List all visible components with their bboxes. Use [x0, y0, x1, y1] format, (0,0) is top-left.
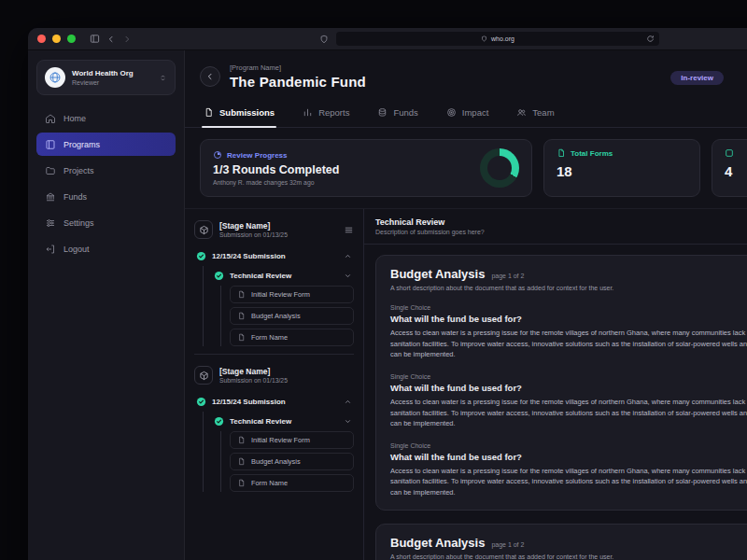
cube-icon: [194, 366, 213, 385]
form-item[interactable]: Initial Review Form: [230, 431, 354, 449]
review-panel-body[interactable]: Budget Analysis page 1 of 2 A short desc…: [364, 245, 747, 560]
programs-icon: [45, 139, 56, 150]
divider: [194, 354, 354, 355]
chevron-down-icon: [344, 272, 352, 280]
nav-label: Funds: [63, 192, 87, 202]
nav-label: Projects: [63, 166, 94, 175]
tab-submissions[interactable]: Submissions: [202, 99, 276, 127]
stage-header[interactable]: [Stage Name] Submission on 01/13/25: [194, 218, 354, 246]
sidebar-item-logout[interactable]: Logout: [36, 237, 176, 260]
form-label: Budget Analysis: [251, 312, 301, 320]
document-icon: [237, 436, 246, 444]
stage-menu-icon[interactable]: [344, 225, 354, 235]
review-progress-card: Review Progress 1/3 Rounds Completed Ant…: [200, 139, 532, 197]
privacy-shield-icon[interactable]: [319, 35, 329, 44]
check-circle-icon: [214, 271, 224, 281]
document-icon: [237, 333, 246, 342]
sidebar-item-home[interactable]: Home: [36, 106, 176, 130]
stage-name: [Stage Name]: [219, 221, 288, 231]
target-icon: [446, 107, 457, 118]
page-title: The Pandemic Fund: [230, 74, 366, 90]
content-split: [Stage Name] Submission on 01/13/25 12/1…: [185, 208, 747, 560]
review-title: Technical Review: [375, 217, 747, 227]
form-label: Initial Review Form: [251, 290, 310, 299]
question-type: Single Choice: [390, 304, 747, 311]
form-label: Form Name: [251, 333, 288, 342]
round-label: 12/15/24 Submission: [212, 398, 286, 406]
question-text: What will the fund be used for?: [390, 383, 747, 393]
question-answer: Access to clean water is a pressing issu…: [390, 397, 747, 429]
tab-reports[interactable]: Reports: [301, 99, 351, 127]
form-item[interactable]: Budget Analysis: [230, 307, 354, 325]
document-page-indicator: page 1 of 2: [491, 541, 524, 548]
sidebar-item-projects[interactable]: Projects: [36, 159, 176, 182]
question-type: Single Choice: [390, 442, 747, 449]
form-list: Initial Review Form Budget Analysis Form…: [220, 286, 354, 346]
home-icon: [45, 113, 56, 124]
close-window-button[interactable]: [37, 35, 46, 43]
back-button[interactable]: [200, 66, 220, 87]
org-name: World Health Org: [72, 69, 134, 78]
tab-impact[interactable]: Impact: [444, 99, 491, 127]
title-block: [Program Name] The Pandemic Fund: [230, 63, 366, 90]
address-bar[interactable]: who.org: [336, 32, 659, 46]
form-item[interactable]: Initial Review Form: [230, 286, 354, 303]
stat-icon: [725, 148, 734, 158]
app-shell: World Health Org Reviewer Home Programs: [28, 50, 747, 560]
sliders-icon: [45, 217, 56, 229]
funds-icon: [377, 107, 388, 118]
progress-icon: [213, 150, 222, 160]
folder-icon: [45, 165, 56, 176]
document-card: Budget Analysis page 1 of 2 A short desc…: [375, 255, 747, 511]
form-item[interactable]: Form Name: [230, 474, 354, 492]
org-role: Reviewer: [72, 79, 134, 86]
check-circle-icon: [196, 251, 206, 261]
review-row[interactable]: Technical Review: [212, 412, 354, 431]
sidebar-item-settings[interactable]: Settings: [36, 211, 176, 234]
stage-text: [Stage Name] Submission on 01/13/25: [219, 367, 288, 384]
tab-label: Submissions: [219, 107, 275, 118]
sidebar: World Health Org Reviewer Home Programs: [28, 50, 185, 560]
sidebar-item-programs[interactable]: Programs: [36, 133, 176, 156]
stage-header[interactable]: [Stage Name] Submission on 01/13/25: [194, 364, 354, 392]
submissions-icon: [204, 107, 214, 118]
chevron-down-icon: [344, 417, 352, 426]
stage-submission-date: Submission on 01/13/25: [219, 377, 288, 384]
sidebar-toggle-icon[interactable]: [90, 34, 100, 44]
form-item[interactable]: Budget Analysis: [230, 453, 354, 470]
form-label: Budget Analysis: [251, 457, 301, 466]
tab-funds[interactable]: Funds: [375, 99, 419, 127]
tab-team[interactable]: Team: [514, 99, 556, 127]
chevron-up-icon: [344, 398, 352, 406]
browser-titlebar: who.org: [28, 28, 747, 50]
form-item[interactable]: Form Name: [230, 329, 354, 346]
document-icon: [237, 312, 246, 320]
stage-review-group: Technical Review Initial Review Form Bud…: [203, 266, 354, 346]
review-row[interactable]: Technical Review: [212, 266, 354, 286]
nav-label: Home: [63, 114, 86, 123]
minimize-window-button[interactable]: [52, 35, 61, 43]
sidebar-nav: Home Programs Projects Funds Settings: [36, 106, 176, 260]
zoom-window-button[interactable]: [67, 35, 76, 43]
browser-window: who.org World Health Org Reviewer: [28, 28, 747, 560]
chevron-up-icon: [344, 252, 352, 260]
form-label: Form Name: [251, 479, 288, 487]
check-circle-icon: [214, 416, 224, 427]
browser-forward-icon[interactable]: [122, 35, 132, 44]
forms-icon: [557, 148, 566, 158]
round-row[interactable]: 12/15/24 Submission: [194, 246, 354, 266]
partial-stat-card: 4: [712, 139, 747, 197]
question-type: Single Choice: [390, 373, 747, 380]
stats-row: Review Progress 1/3 Rounds Completed Ant…: [185, 128, 747, 208]
org-switcher[interactable]: World Health Org Reviewer: [36, 60, 176, 95]
question-block: Single Choice What will the fund be used…: [390, 373, 747, 429]
question-text: What will the fund be used for?: [390, 314, 747, 324]
reload-icon[interactable]: [646, 35, 655, 43]
browser-back-icon[interactable]: [106, 35, 116, 44]
who-logo: [45, 67, 65, 88]
review-progress-text: Review Progress 1/3 Rounds Completed Ant…: [213, 150, 339, 186]
reports-icon: [303, 107, 313, 118]
sidebar-item-funds[interactable]: Funds: [36, 185, 176, 208]
round-row[interactable]: 12/15/24 Submission: [194, 392, 354, 412]
document-card: Budget Analysis page 1 of 2 A short desc…: [375, 524, 747, 560]
